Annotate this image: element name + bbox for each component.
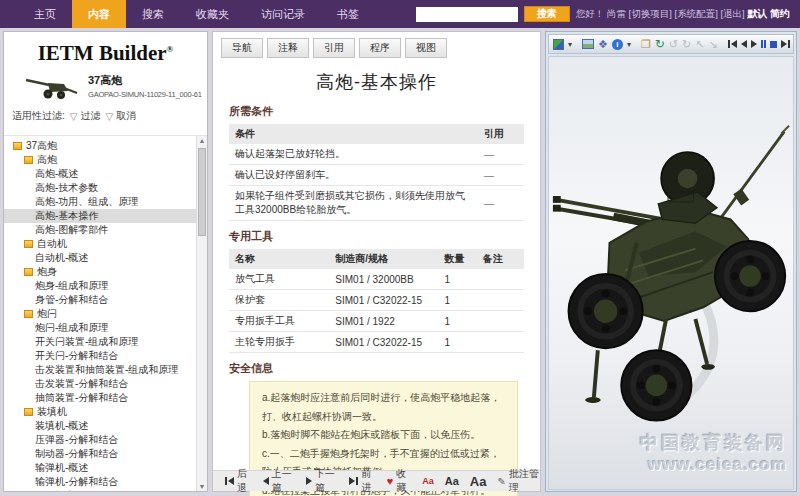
heart-icon: ♥ [387, 475, 394, 487]
tree-item[interactable]: 炮闩 [4, 307, 196, 321]
pan-down-icon[interactable]: ↘ [709, 37, 718, 52]
registered-mark: ® [167, 44, 174, 54]
tree-item[interactable]: 制动器-分解和结合 [4, 447, 196, 461]
table-row: 放气工具SIM01 / 32000BB1 [229, 269, 524, 290]
tab-search[interactable]: 搜索 [126, 0, 180, 28]
safety-line: a.起落炮时应注意前后同时进行，使高炮平稳地起落，打、收杠起螺杆协调一致。 [262, 389, 505, 426]
favorite-button[interactable]: ♥收藏 [387, 467, 411, 495]
molecule-icon[interactable]: ❖ [598, 37, 608, 52]
table-row: 专用扳手工具SIM01 / 19221 [229, 311, 524, 332]
tree-scrollbar[interactable]: ▲ ▼ [196, 136, 207, 491]
logout-link[interactable]: [退出] [720, 8, 744, 19]
product-code: GAOPAO-SIMUN-11029-11_000-61 [88, 90, 202, 99]
tree-item[interactable]: 击发装置-分解和结合 [4, 377, 196, 391]
product-header: 37高炮 GAOPAO-SIMUN-11029-11_000-61 [24, 71, 207, 101]
font-size-small-button[interactable]: Aa [422, 476, 434, 486]
section-conditions-heading: 所需条件 [229, 104, 524, 119]
search-button[interactable]: 搜索 [524, 6, 570, 22]
prev-article-button[interactable]: 上一篇 [263, 467, 295, 495]
first-frame-icon[interactable] [728, 40, 737, 48]
image-icon[interactable] [582, 37, 594, 52]
tab-references[interactable]: 引用 [313, 38, 355, 58]
reset-view-icon[interactable]: ↻ [655, 37, 665, 52]
tree-item[interactable]: 高炮-概述 [4, 167, 196, 181]
column-header: 数量 [438, 249, 476, 269]
rotate-right-icon[interactable]: ↻ [682, 37, 691, 52]
rotate-left-icon[interactable]: ↺ [669, 37, 678, 52]
scene-icon[interactable] [553, 37, 564, 52]
tab-home[interactable]: 主页 [18, 0, 72, 28]
info-icon[interactable]: i [612, 37, 623, 52]
tree-item[interactable]: 高炮-图解零部件 [4, 223, 196, 237]
tab-history[interactable]: 访问记录 [245, 0, 321, 28]
prev-frame-icon[interactable] [741, 40, 747, 48]
folder-icon [13, 142, 22, 150]
tree-item[interactable]: 炮闩-组成和原理 [4, 321, 196, 335]
chevron-down-icon[interactable]: ▾ [627, 37, 631, 52]
last-frame-icon[interactable] [781, 40, 790, 48]
forward-button[interactable]: 前进 [349, 467, 376, 495]
tree-item[interactable]: 输弹机-概述 [4, 461, 196, 475]
table-row: 如果轮子组件受到磨损或其它损伤，则须先使用放气工具32000BB给轮胎放气。 — [229, 186, 524, 221]
tree-item[interactable]: 装填机-概述 [4, 419, 196, 433]
tab-content[interactable]: 内容 [72, 0, 126, 28]
search-input[interactable] [416, 7, 518, 22]
scroll-down-icon[interactable]: ▼ [197, 483, 207, 490]
tree-item[interactable]: 自动机 [4, 237, 196, 251]
tree-item[interactable]: 击发装置和抽筒装置-组成和原理 [4, 363, 196, 377]
font-size-medium-button[interactable]: Aa [445, 475, 459, 487]
scroll-up-icon[interactable]: ▲ [197, 137, 207, 144]
pan-up-icon[interactable]: ↖ [695, 37, 704, 52]
tree-item[interactable]: 高炮-技术参数 [4, 181, 196, 195]
copy-icon[interactable]: ❐ [641, 37, 651, 52]
tree-item[interactable]: 装填机 [4, 405, 196, 419]
theme-default-link[interactable]: 默认 [747, 8, 767, 19]
user-status: 您好！ 尚雷 [切换项目] [系统配置] [退出] 默认 简约 [576, 7, 790, 21]
annotation-manager-button[interactable]: ✎批注管理 [497, 467, 540, 495]
tree-item[interactable]: 炮身-组成和原理 [4, 279, 196, 293]
safety-line: b.落炮时脚不能站在炮床或踏板下面，以免压伤。 [262, 426, 505, 445]
tree-item[interactable]: 开关闩装置-组成和原理 [4, 335, 196, 349]
tree-item[interactable]: 压弹器-分解和结合 [4, 433, 196, 447]
product-name: 37高炮 [88, 73, 202, 88]
play-icon[interactable] [751, 40, 757, 48]
tools-table: 名称 制造商/规格 数量 备注 放气工具SIM01 / 32000BB1 保护套… [229, 249, 524, 353]
model-viewport[interactable]: 中国教育装备网 www.ceiea.com [548, 56, 794, 490]
content-panel: 导航 注释 引用 程序 视图 高炮-基本操作 所需条件 条件 引用 确认起落架已… [212, 31, 541, 492]
tab-procedure[interactable]: 程序 [359, 38, 401, 58]
model-viewer-panel: ▾ ❖ i ▾ ❐ ↻ ↺ ↻ ↖ ↘ [545, 31, 797, 492]
filter-cancel-button[interactable]: ▽取消 [105, 109, 136, 123]
tree-item[interactable]: 自动机-概述 [4, 251, 196, 265]
tree-item[interactable]: 炮身 [4, 265, 196, 279]
tab-favorites[interactable]: 收藏夹 [180, 0, 245, 28]
theme-simple-link[interactable]: 简约 [770, 8, 790, 19]
tree-item[interactable]: 拨动机-概述 [4, 489, 196, 491]
tree-item[interactable]: 高炮 [4, 153, 196, 167]
tab-navigation[interactable]: 导航 [221, 38, 263, 58]
chevron-down-icon[interactable]: ▾ [568, 37, 572, 52]
switch-project-link[interactable]: [切换项目] [629, 8, 672, 19]
font-size-large-button[interactable]: Aa [470, 474, 487, 489]
sidebar: IETM Builder® 37高炮 GAOPAO-SIMUN-11029-11… [3, 31, 208, 492]
next-icon [306, 477, 312, 485]
tree-item[interactable]: 抽筒装置-分解和结合 [4, 391, 196, 405]
tree-item[interactable]: 开关闩-分解和结合 [4, 349, 196, 363]
stop-icon[interactable] [770, 41, 777, 48]
pause-icon[interactable] [761, 40, 766, 48]
tree-item[interactable]: 输弹机-分解和结合 [4, 475, 196, 489]
tab-notes[interactable]: 注释 [267, 38, 309, 58]
filter-apply-button[interactable]: ▽过滤 [70, 109, 101, 123]
scrollbar-thumb[interactable] [198, 148, 206, 236]
gun-3d-model [549, 75, 793, 465]
content-tree: 37高炮 高炮 高炮-概述 高炮-技术参数 高炮-功用、组成、原理 高炮-基本操… [4, 135, 207, 491]
back-button[interactable]: 后退 [225, 467, 252, 495]
tree-item-selected[interactable]: 高炮-基本操作 [4, 209, 196, 223]
system-config-link[interactable]: [系统配置] [675, 8, 718, 19]
tab-bookmarks[interactable]: 书签 [321, 0, 375, 28]
tab-view[interactable]: 视图 [405, 38, 447, 58]
next-article-button[interactable]: 下一篇 [306, 467, 338, 495]
tree-item[interactable]: 身管-分解和结合 [4, 293, 196, 307]
content-footer-toolbar: 后退 上一篇 下一篇 前进 ♥收藏 Aa Aa Aa ✎批注管理 [213, 470, 540, 491]
tree-item[interactable]: 37高炮 [4, 139, 196, 153]
tree-item[interactable]: 高炮-功用、组成、原理 [4, 195, 196, 209]
